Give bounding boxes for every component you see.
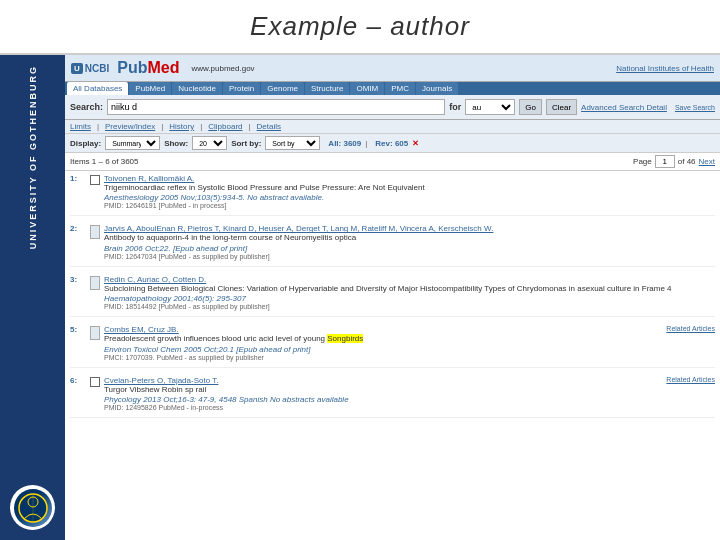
result-authors-1[interactable]: Toivonen R, Kalliomäki A.: [104, 174, 715, 183]
tab-journals[interactable]: Journals: [416, 82, 458, 95]
tab-all-databases[interactable]: All Databases: [67, 82, 128, 95]
result-num-2: 2:: [70, 224, 86, 259]
result-icon-2: [90, 225, 100, 239]
pubmed-logo: PubMed: [117, 59, 179, 77]
ncbi-badge: U: [71, 63, 83, 74]
result-num-3: 3:: [70, 275, 86, 310]
next-link[interactable]: Next: [699, 157, 715, 166]
tab-omim[interactable]: OMIM: [350, 82, 384, 95]
university-label: UNIVERSITY OF GOTHENBURG: [28, 65, 38, 249]
tab-nucleotide[interactable]: Nucleotide: [172, 82, 222, 95]
result-icon-3: [90, 276, 100, 290]
sort-select[interactable]: Sort by Author: [265, 136, 320, 150]
limits-bar: Limits | Preview/Index | History | Clipb…: [65, 120, 720, 134]
retrieved-count: Rev: 605: [375, 139, 408, 148]
logo-svg: [17, 492, 49, 524]
all-results-count: All: 3609: [328, 139, 361, 148]
result-content-2: Jarvis A, AboulEnan R, Pietros T, Kinard…: [104, 224, 715, 259]
result-pmid-2: PMID: 12647034 [PubMed - as supplied by …: [104, 253, 715, 260]
tab-genome[interactable]: Genome: [261, 82, 304, 95]
result-pmid-5: PMCI: 1707039. PubMed - as supplied by p…: [104, 354, 662, 361]
result-journal-2: Brain 2006 Oct;22. [Epub ahead of print]: [104, 244, 715, 253]
pubmed-url: www.pubmed.gov: [191, 64, 254, 73]
result-num-5: 5:: [70, 325, 86, 360]
result-item-3: 3: Redin C, Auriac O, Cotten D. Subcloin…: [70, 275, 715, 317]
show-label: Show:: [164, 139, 188, 148]
result-pmid-1: PMID: 12646191 [PubMed - in process]: [104, 202, 715, 209]
clear-button[interactable]: Clear: [546, 99, 577, 115]
result-journal-6: Phycology 2013 Oct;16-3: 47-9, 4548 Span…: [104, 395, 662, 404]
display-select[interactable]: Summary Abstract Citation: [105, 136, 160, 150]
result-item-1: 1: Toivonen R, Kalliomäki A. Trigeminoca…: [70, 174, 715, 216]
page-header: Example – author: [0, 0, 720, 55]
tab-pubmed[interactable]: PubMed: [129, 82, 171, 95]
result-content-5: Combs EM, Cruz JB. Preadolescent growth …: [104, 325, 662, 360]
page-title: Example – author: [250, 11, 470, 42]
result-title-5: Preadolescent growth influences blood ur…: [104, 334, 662, 344]
sep3: |: [200, 122, 202, 131]
display-label: Display:: [70, 139, 101, 148]
related-link-5[interactable]: Related Articles: [666, 325, 715, 360]
result-num-6: 6:: [70, 376, 86, 411]
result-journal-3: Haematopathology 2001;46(5): 295-307: [104, 294, 715, 303]
result-authors-3[interactable]: Redin C, Auriac O, Cotten D.: [104, 275, 715, 284]
sep4: |: [249, 122, 251, 131]
pagination: Page of 46 Next: [633, 155, 715, 168]
result-icon-5: [90, 326, 100, 340]
sep1: |: [97, 122, 99, 131]
result-checkbox-1[interactable]: [90, 175, 100, 185]
tab-protein[interactable]: Protein: [223, 82, 260, 95]
save-search-link[interactable]: Save Search: [675, 104, 715, 111]
tab-pmc[interactable]: PMC: [385, 82, 415, 95]
browser-area: U NCBI PubMed www.pubmed.gov National In…: [65, 55, 720, 540]
for-label: for: [449, 102, 461, 112]
result-content-3: Redin C, Auriac O, Cotten D. Subcloining…: [104, 275, 715, 310]
results-list: 1: Toivonen R, Kalliomäki A. Trigeminoca…: [65, 171, 720, 540]
result-authors-6[interactable]: Cvelan-Peters O, Tajada-Soto T.: [104, 376, 662, 385]
advanced-search-link[interactable]: Advanced Search Detail: [581, 103, 667, 112]
result-item-6: 6: Cvelan-Peters O, Tajada-Soto T. Turgo…: [70, 376, 715, 418]
ncbi-text: NCBI: [85, 63, 109, 74]
retrieved-label: |: [365, 139, 367, 148]
pubmed-header: U NCBI PubMed www.pubmed.gov National In…: [65, 55, 720, 82]
tab-structure[interactable]: Structure: [305, 82, 349, 95]
limits-btn[interactable]: Limits: [70, 122, 91, 131]
result-item-2: 2: Jarvis A, AboulEnan R, Pietros T, Kin…: [70, 224, 715, 266]
display-bar: Display: Summary Abstract Citation Show:…: [65, 134, 720, 153]
history-btn[interactable]: History: [169, 122, 194, 131]
clear-results-btn[interactable]: ✕: [412, 139, 419, 148]
nav-tabs: All Databases PubMed Nucleotide Protein …: [65, 82, 720, 95]
result-pmid-3: PMID: 18514492 [PubMed - as supplied by …: [104, 303, 715, 310]
search-input[interactable]: [107, 99, 445, 115]
main-content: UNIVERSITY OF GOTHENBURG U NCBI PubMed: [0, 55, 720, 540]
details-btn[interactable]: Details: [257, 122, 281, 131]
result-journal-5: Environ Toxicol Chem 2005 Oct;20.1 [Epub…: [104, 345, 662, 354]
result-authors-2[interactable]: Jarvis A, AboulEnan R, Pietros T, Kinard…: [104, 224, 715, 233]
result-checkbox-6[interactable]: [90, 377, 100, 387]
show-select[interactable]: 20 50: [192, 136, 227, 150]
search-field-select[interactable]: au ti ab: [465, 99, 515, 115]
related-link-6[interactable]: Related Articles: [666, 376, 715, 411]
logo-inner: [14, 489, 52, 527]
result-title-1: Trigeminocardiac reflex in Systolic Bloo…: [104, 183, 715, 193]
sep2: |: [161, 122, 163, 131]
result-title-3: Subcloining Between Biological Clones: V…: [104, 284, 715, 294]
result-content-6: Cvelan-Peters O, Tajada-Soto T. Turgor V…: [104, 376, 662, 411]
sidebar: UNIVERSITY OF GOTHENBURG: [0, 55, 65, 540]
nlm-link[interactable]: National Institutes of Health: [616, 64, 714, 73]
ncbi-logo: U NCBI: [71, 63, 109, 74]
search-bar: Search: for au ti ab Go Clear Advanced S…: [65, 95, 720, 120]
sort-label: Sort by:: [231, 139, 261, 148]
result-pmid-6: PMID: 12495826 PubMed - in-process: [104, 404, 662, 411]
result-authors-5[interactable]: Combs EM, Cruz JB.: [104, 325, 662, 334]
search-label: Search:: [70, 102, 103, 112]
results-info: Items 1 – 6 of 3605: [70, 157, 139, 166]
preview-index-btn[interactable]: Preview/Index: [105, 122, 155, 131]
university-logo: [10, 485, 55, 530]
result-num-1: 1:: [70, 174, 86, 209]
page-input[interactable]: [655, 155, 675, 168]
clipboard-btn[interactable]: Clipboard: [208, 122, 242, 131]
go-button[interactable]: Go: [519, 99, 542, 115]
result-title-6: Turgor Vibshew Robin sp rail: [104, 385, 662, 395]
page-label: Page: [633, 157, 652, 166]
